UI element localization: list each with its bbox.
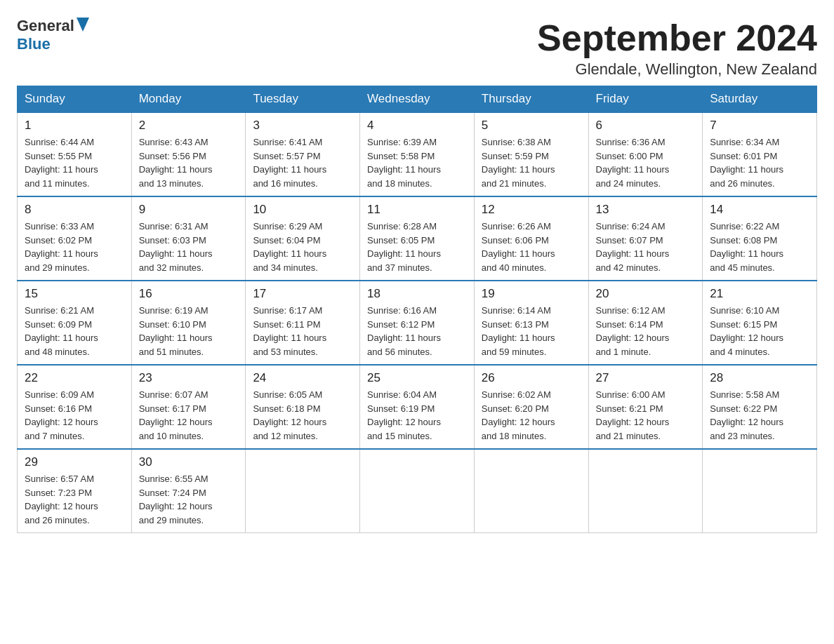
day-number: 13 bbox=[596, 203, 696, 217]
calendar-cell: 22 Sunrise: 6:09 AMSunset: 6:16 PMDaylig… bbox=[18, 365, 132, 449]
day-number: 9 bbox=[139, 203, 239, 217]
day-info: Sunrise: 6:55 AMSunset: 7:24 PMDaylight:… bbox=[139, 472, 239, 527]
calendar-cell: 11 Sunrise: 6:28 AMSunset: 6:05 PMDaylig… bbox=[360, 196, 475, 281]
calendar-cell: 3 Sunrise: 6:41 AMSunset: 5:57 PMDayligh… bbox=[246, 112, 360, 196]
day-number: 11 bbox=[367, 203, 467, 217]
header-thursday: Thursday bbox=[474, 86, 588, 113]
calendar-cell: 21 Sunrise: 6:10 AMSunset: 6:15 PMDaylig… bbox=[703, 281, 817, 365]
day-info: Sunrise: 6:22 AMSunset: 6:08 PMDaylight:… bbox=[710, 220, 809, 274]
day-number: 4 bbox=[367, 119, 467, 133]
day-number: 15 bbox=[25, 287, 124, 301]
header-friday: Friday bbox=[588, 86, 703, 113]
calendar-cell: 17 Sunrise: 6:17 AMSunset: 6:11 PMDaylig… bbox=[246, 281, 360, 365]
calendar-cell: 28 Sunrise: 5:58 AMSunset: 6:22 PMDaylig… bbox=[703, 365, 817, 449]
logo-arrow-icon bbox=[77, 18, 89, 34]
calendar-cell: 1 Sunrise: 6:44 AMSunset: 5:55 PMDayligh… bbox=[18, 112, 132, 196]
calendar-cell: 14 Sunrise: 6:22 AMSunset: 6:08 PMDaylig… bbox=[703, 196, 817, 281]
day-info: Sunrise: 6:02 AMSunset: 6:20 PMDaylight:… bbox=[482, 388, 581, 443]
day-number: 10 bbox=[253, 203, 352, 217]
calendar-cell bbox=[703, 449, 817, 533]
calendar-cell: 15 Sunrise: 6:21 AMSunset: 6:09 PMDaylig… bbox=[18, 281, 132, 365]
day-info: Sunrise: 6:00 AMSunset: 6:21 PMDaylight:… bbox=[596, 388, 696, 443]
day-number: 23 bbox=[139, 371, 239, 385]
day-info: Sunrise: 6:16 AMSunset: 6:12 PMDaylight:… bbox=[367, 304, 467, 358]
day-info: Sunrise: 6:21 AMSunset: 6:09 PMDaylight:… bbox=[25, 304, 124, 358]
day-info: Sunrise: 6:28 AMSunset: 6:05 PMDaylight:… bbox=[367, 220, 467, 274]
calendar-cell: 19 Sunrise: 6:14 AMSunset: 6:13 PMDaylig… bbox=[474, 281, 588, 365]
day-info: Sunrise: 6:57 AMSunset: 7:23 PMDaylight:… bbox=[25, 472, 124, 527]
calendar-cell: 16 Sunrise: 6:19 AMSunset: 6:10 PMDaylig… bbox=[131, 281, 246, 365]
calendar-cell: 6 Sunrise: 6:36 AMSunset: 6:00 PMDayligh… bbox=[588, 112, 703, 196]
header-tuesday: Tuesday bbox=[246, 86, 360, 113]
day-info: Sunrise: 5:58 AMSunset: 6:22 PMDaylight:… bbox=[710, 388, 809, 443]
logo-blue: Blue bbox=[17, 35, 51, 53]
calendar-cell bbox=[588, 449, 703, 533]
day-number: 2 bbox=[139, 119, 239, 133]
day-number: 14 bbox=[710, 203, 809, 217]
day-info: Sunrise: 6:29 AMSunset: 6:04 PMDaylight:… bbox=[253, 220, 352, 274]
calendar-week-row: 29 Sunrise: 6:57 AMSunset: 7:23 PMDaylig… bbox=[18, 449, 817, 533]
calendar-cell: 26 Sunrise: 6:02 AMSunset: 6:20 PMDaylig… bbox=[474, 365, 588, 449]
header-monday: Monday bbox=[131, 86, 246, 113]
calendar-cell: 18 Sunrise: 6:16 AMSunset: 6:12 PMDaylig… bbox=[360, 281, 475, 365]
day-info: Sunrise: 6:41 AMSunset: 5:57 PMDaylight:… bbox=[253, 135, 352, 190]
calendar-subtitle: Glendale, Wellington, New Zealand bbox=[537, 60, 817, 79]
day-number: 25 bbox=[367, 371, 467, 385]
logo-general: General bbox=[17, 17, 74, 35]
calendar-cell: 8 Sunrise: 6:33 AMSunset: 6:02 PMDayligh… bbox=[18, 196, 132, 281]
calendar-cell: 29 Sunrise: 6:57 AMSunset: 7:23 PMDaylig… bbox=[18, 449, 132, 533]
calendar-cell: 7 Sunrise: 6:34 AMSunset: 6:01 PMDayligh… bbox=[703, 112, 817, 196]
calendar-cell: 13 Sunrise: 6:24 AMSunset: 6:07 PMDaylig… bbox=[588, 196, 703, 281]
day-info: Sunrise: 6:07 AMSunset: 6:17 PMDaylight:… bbox=[139, 388, 239, 443]
calendar-cell: 10 Sunrise: 6:29 AMSunset: 6:04 PMDaylig… bbox=[246, 196, 360, 281]
day-number: 18 bbox=[367, 287, 467, 301]
day-number: 24 bbox=[253, 371, 352, 385]
day-info: Sunrise: 6:24 AMSunset: 6:07 PMDaylight:… bbox=[596, 220, 696, 274]
day-info: Sunrise: 6:09 AMSunset: 6:16 PMDaylight:… bbox=[25, 388, 124, 443]
day-info: Sunrise: 6:33 AMSunset: 6:02 PMDaylight:… bbox=[25, 220, 124, 274]
day-info: Sunrise: 6:14 AMSunset: 6:13 PMDaylight:… bbox=[482, 304, 581, 358]
day-info: Sunrise: 6:31 AMSunset: 6:03 PMDaylight:… bbox=[139, 220, 239, 274]
calendar-week-row: 22 Sunrise: 6:09 AMSunset: 6:16 PMDaylig… bbox=[18, 365, 817, 449]
header-wednesday: Wednesday bbox=[360, 86, 475, 113]
header-sunday: Sunday bbox=[18, 86, 132, 113]
calendar-cell: 25 Sunrise: 6:04 AMSunset: 6:19 PMDaylig… bbox=[360, 365, 475, 449]
calendar-cell: 27 Sunrise: 6:00 AMSunset: 6:21 PMDaylig… bbox=[588, 365, 703, 449]
day-number: 22 bbox=[25, 371, 124, 385]
day-info: Sunrise: 6:10 AMSunset: 6:15 PMDaylight:… bbox=[710, 304, 809, 358]
day-info: Sunrise: 6:36 AMSunset: 6:00 PMDaylight:… bbox=[596, 135, 696, 190]
calendar-table: Sunday Monday Tuesday Wednesday Thursday… bbox=[17, 86, 817, 533]
day-info: Sunrise: 6:43 AMSunset: 5:56 PMDaylight:… bbox=[139, 135, 239, 190]
calendar-header-row: Sunday Monday Tuesday Wednesday Thursday… bbox=[18, 86, 817, 113]
day-info: Sunrise: 6:26 AMSunset: 6:06 PMDaylight:… bbox=[482, 220, 581, 274]
day-number: 16 bbox=[139, 287, 239, 301]
title-block: September 2024 Glendale, Wellington, New… bbox=[537, 17, 817, 79]
calendar-cell: 24 Sunrise: 6:05 AMSunset: 6:18 PMDaylig… bbox=[246, 365, 360, 449]
day-number: 3 bbox=[253, 119, 352, 133]
calendar-title: September 2024 bbox=[537, 17, 817, 59]
logo: General Blue bbox=[17, 17, 89, 53]
day-number: 8 bbox=[25, 203, 124, 217]
day-info: Sunrise: 6:39 AMSunset: 5:58 PMDaylight:… bbox=[367, 135, 467, 190]
page-header: General Blue September 2024 Glendale, We… bbox=[17, 17, 817, 79]
day-number: 19 bbox=[482, 287, 581, 301]
svg-marker-0 bbox=[77, 18, 89, 32]
day-info: Sunrise: 6:04 AMSunset: 6:19 PMDaylight:… bbox=[367, 388, 467, 443]
day-number: 30 bbox=[139, 455, 239, 469]
day-number: 7 bbox=[710, 119, 809, 133]
day-info: Sunrise: 6:17 AMSunset: 6:11 PMDaylight:… bbox=[253, 304, 352, 358]
calendar-cell: 12 Sunrise: 6:26 AMSunset: 6:06 PMDaylig… bbox=[474, 196, 588, 281]
day-number: 1 bbox=[25, 119, 124, 133]
day-number: 27 bbox=[596, 371, 696, 385]
calendar-week-row: 8 Sunrise: 6:33 AMSunset: 6:02 PMDayligh… bbox=[18, 196, 817, 281]
calendar-cell bbox=[246, 449, 360, 533]
calendar-week-row: 15 Sunrise: 6:21 AMSunset: 6:09 PMDaylig… bbox=[18, 281, 817, 365]
calendar-week-row: 1 Sunrise: 6:44 AMSunset: 5:55 PMDayligh… bbox=[18, 112, 817, 196]
day-info: Sunrise: 6:19 AMSunset: 6:10 PMDaylight:… bbox=[139, 304, 239, 358]
day-number: 20 bbox=[596, 287, 696, 301]
day-number: 29 bbox=[25, 455, 124, 469]
day-number: 21 bbox=[710, 287, 809, 301]
day-number: 26 bbox=[482, 371, 581, 385]
calendar-cell: 2 Sunrise: 6:43 AMSunset: 5:56 PMDayligh… bbox=[131, 112, 246, 196]
day-number: 12 bbox=[482, 203, 581, 217]
